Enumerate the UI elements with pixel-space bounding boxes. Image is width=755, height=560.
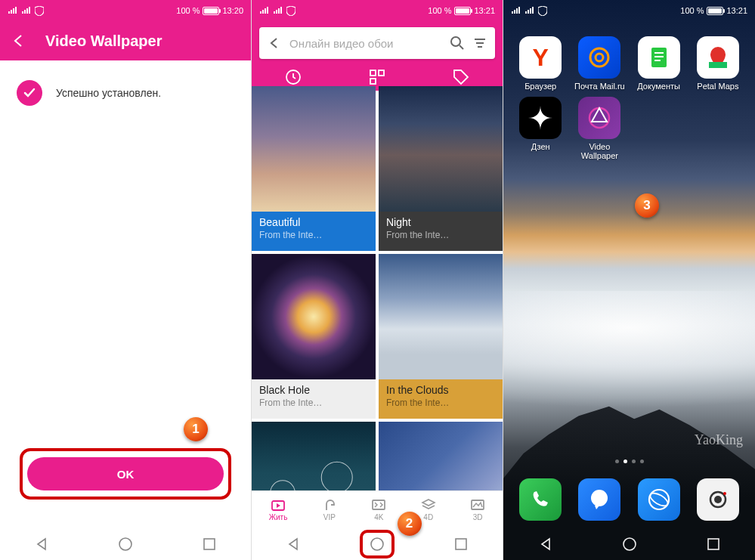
svg-point-16 xyxy=(590,48,608,67)
top-bar: Онлайн видео обои xyxy=(252,21,503,63)
wallpaper-thumb xyxy=(379,254,503,379)
page-indicator xyxy=(503,459,755,463)
dock xyxy=(514,478,744,521)
wallpaper-thumb xyxy=(379,422,503,490)
svg-point-2 xyxy=(451,37,460,46)
search-icon[interactable] xyxy=(450,36,465,51)
wallpaper-card[interactable]: Diamond xyxy=(379,422,503,490)
svg-point-0 xyxy=(119,538,132,550)
dzen-icon xyxy=(519,97,562,139)
app-dzen[interactable]: Дзен xyxy=(514,97,567,160)
wallpaper-title: Beautiful xyxy=(259,216,368,228)
android-nav xyxy=(503,528,755,560)
tag-icon[interactable] xyxy=(452,68,470,86)
wallpaper-thumb xyxy=(252,254,376,379)
clock: 13:20 xyxy=(222,6,243,15)
success-row: Успешно установлен. xyxy=(0,60,251,125)
wallpaper-card[interactable]: NightFrom the Inte… xyxy=(379,86,503,251)
svg-rect-22 xyxy=(709,62,727,68)
tab-4d[interactable]: 4D xyxy=(421,498,436,521)
svg-rect-21 xyxy=(654,60,661,61)
svg-rect-1 xyxy=(204,539,215,549)
tab-3d[interactable]: 3D xyxy=(470,498,485,521)
nav-recent-icon[interactable] xyxy=(705,536,722,552)
app-mailru[interactable]: Почта Mail.ru xyxy=(573,36,626,91)
dock-browser[interactable] xyxy=(633,478,685,521)
app-title: Video Wallpaper xyxy=(45,32,162,50)
video-wallpaper-icon xyxy=(578,97,620,139)
wallpaper-card[interactable]: Black HoleFrom the Inte… xyxy=(252,254,376,419)
svg-rect-20 xyxy=(654,56,664,57)
grid-icon[interactable] xyxy=(368,68,386,86)
filter-icon[interactable] xyxy=(472,36,487,51)
nav-home-icon[interactable] xyxy=(117,536,134,552)
signal-icon xyxy=(273,6,283,15)
nav-back-icon[interactable] xyxy=(537,536,554,552)
tab-4k[interactable]: 4K xyxy=(371,498,386,521)
svg-point-17 xyxy=(596,54,603,61)
svg-rect-15 xyxy=(456,539,466,549)
signal-icon xyxy=(259,6,270,15)
documents-icon xyxy=(638,36,680,79)
shield-icon xyxy=(538,6,547,16)
app-petal-maps[interactable]: Petal Maps xyxy=(692,36,744,91)
svg-point-23 xyxy=(589,108,609,128)
home-highlight xyxy=(360,530,395,558)
back-icon[interactable] xyxy=(267,36,282,51)
wallpaper-card[interactable]: BeautifulFrom the Inte… xyxy=(252,86,376,251)
ok-button[interactable]: OK xyxy=(27,457,224,490)
nav-recent-icon[interactable] xyxy=(201,536,218,552)
wallpaper-title: Night xyxy=(386,216,495,228)
wallpaper-title: In the Clouds xyxy=(386,384,495,396)
wallpaper-card[interactable]: In the CloudsFrom the Inte… xyxy=(379,254,503,419)
signal-icon xyxy=(8,6,18,15)
app-documents[interactable]: Документы xyxy=(633,36,685,91)
tab-live[interactable]: Жить xyxy=(269,498,288,521)
svg-point-28 xyxy=(714,496,722,503)
app-video-wallpaper[interactable]: Video Wallpaper xyxy=(573,97,626,160)
shield-icon xyxy=(286,6,296,16)
bottom-tabs: Жить VIP 4K 4D 3D xyxy=(252,490,503,528)
app-bar: Video Wallpaper xyxy=(0,21,251,60)
svg-point-8 xyxy=(321,462,352,490)
signal-icon xyxy=(21,6,32,15)
wallpaper-subtitle: From the Inte… xyxy=(259,398,368,408)
wallpaper-thumb xyxy=(252,422,376,490)
svg-point-24 xyxy=(591,490,608,506)
app-yandex-browser[interactable]: YБраузер xyxy=(514,36,567,91)
nav-recent-icon[interactable] xyxy=(453,536,469,552)
ok-highlight: OK xyxy=(20,448,231,500)
wallpaper-thumb xyxy=(252,86,376,212)
wallpaper-gallery[interactable]: BeautifulFrom the Inte… NightFrom the In… xyxy=(252,86,503,490)
clock: 13:21 xyxy=(726,6,747,15)
nav-home-icon[interactable] xyxy=(621,536,638,552)
dock-messages[interactable] xyxy=(573,478,626,521)
browser-icon xyxy=(638,478,680,521)
nav-back-icon[interactable] xyxy=(285,536,302,552)
svg-rect-4 xyxy=(370,70,376,76)
dock-phone[interactable] xyxy=(514,478,567,521)
battery-pct: 100 % xyxy=(680,6,704,15)
history-icon[interactable] xyxy=(284,68,302,86)
nav-back-icon[interactable] xyxy=(33,536,50,552)
dock-camera[interactable] xyxy=(692,478,744,521)
back-icon[interactable] xyxy=(11,32,27,49)
status-bar: 100 % 13:21 xyxy=(503,0,755,21)
tab-vip[interactable]: VIP xyxy=(322,498,337,521)
annotation-badge-3: 3 xyxy=(635,193,659,218)
wallpaper-clouds xyxy=(503,291,755,414)
search-bar[interactable]: Онлайн видео обои xyxy=(259,27,495,59)
search-placeholder: Онлайн видео обои xyxy=(289,37,442,50)
mailru-icon xyxy=(578,36,620,79)
signal-icon xyxy=(511,6,521,15)
watermark: YaoKing xyxy=(695,432,743,448)
svg-rect-31 xyxy=(708,539,719,549)
wallpaper-subtitle: From the Inte… xyxy=(259,230,368,240)
wallpaper-card[interactable]: Dandelion xyxy=(252,422,376,490)
battery-icon xyxy=(707,7,723,15)
android-nav xyxy=(0,528,251,560)
success-text: Успешно установлен. xyxy=(56,87,161,99)
wallpaper-thumb xyxy=(379,86,503,212)
screen-3-homescreen: 100 % 13:21 YБраузер Почта Mail.ru Докум… xyxy=(503,0,755,560)
battery-pct: 100 % xyxy=(428,6,451,15)
